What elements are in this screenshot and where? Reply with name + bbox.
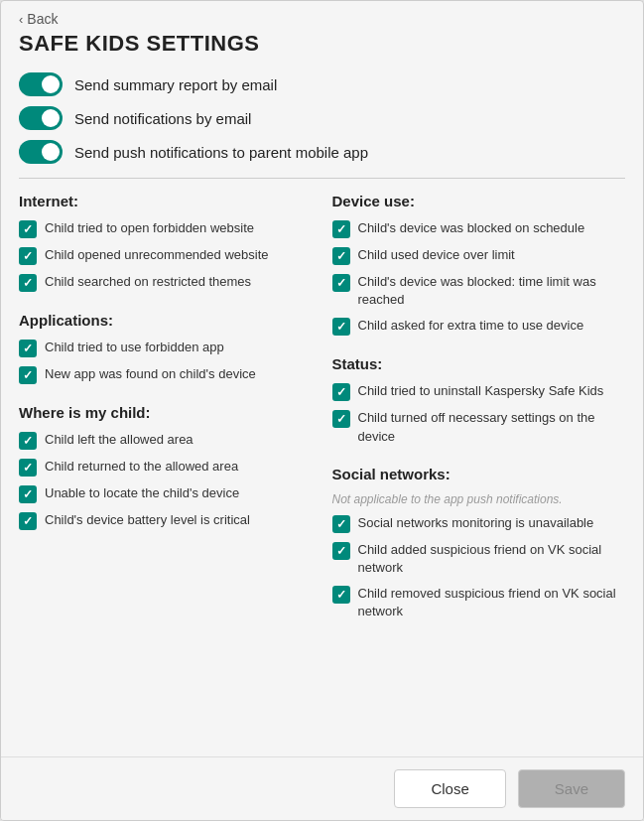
section-status-title: Status: — [332, 355, 626, 372]
toggle-summary-label: Send summary report by email — [74, 76, 277, 93]
checkbox-location-3-label: Unable to locate the child's device — [45, 484, 239, 502]
checkbox-status-2-label: Child turned off necessary settings on t… — [358, 409, 626, 445]
section-status: Status: Child tried to uninstall Kaspers… — [332, 355, 626, 445]
checkbox-device-2[interactable] — [332, 247, 350, 265]
checkbox-apps-2-label: New app was found on child's device — [45, 365, 256, 383]
section-applications-title: Applications: — [19, 312, 313, 329]
checkbox-internet-3[interactable] — [19, 274, 37, 292]
section-internet-title: Internet: — [19, 193, 313, 209]
checkbox-device-1-label: Child's device was blocked on schedule — [358, 219, 585, 237]
checkbox-location-1[interactable] — [19, 432, 37, 450]
page-title: SAFE KIDS SETTINGS — [19, 31, 625, 57]
section-social-title: Social networks: — [332, 466, 626, 482]
save-button[interactable]: Save — [518, 769, 625, 808]
list-item: Child tried to uninstall Kaspersky Safe … — [332, 382, 626, 401]
list-item: Social networks monitoring is unavailabl… — [332, 514, 626, 533]
list-item: Child asked for extra time to use device — [332, 317, 626, 336]
footer: Close Save — [1, 756, 643, 820]
checkbox-location-4[interactable] — [19, 512, 37, 530]
divider — [19, 178, 625, 179]
list-item: Child tried to use forbidden app — [19, 339, 313, 357]
toggle-summary[interactable] — [19, 72, 63, 96]
section-applications: Applications: Child tried to use forbidd… — [19, 312, 313, 384]
list-item: Unable to locate the child's device — [19, 484, 313, 503]
section-social: Social networks: Not applicable to the a… — [332, 466, 626, 621]
section-device-use: Device use: Child's device was blocked o… — [332, 193, 626, 336]
section-internet: Internet: Child tried to open forbidden … — [19, 193, 313, 292]
checkbox-device-4[interactable] — [332, 318, 350, 336]
checkbox-social-2-label: Child added suspicious friend on VK soci… — [358, 541, 626, 577]
checkbox-apps-2[interactable] — [19, 366, 37, 384]
checkbox-social-3-label: Child removed suspicious friend on VK so… — [358, 585, 626, 620]
list-item: Child's device was blocked: time limit w… — [332, 273, 626, 309]
checkbox-device-3-label: Child's device was blocked: time limit w… — [358, 273, 626, 309]
back-bar: ‹ Back — [1, 1, 643, 31]
toggle-push[interactable] — [19, 140, 63, 164]
list-item: Child tried to open forbidden website — [19, 219, 313, 238]
close-button[interactable]: Close — [394, 769, 505, 808]
toggle-row-push: Send push notifications to parent mobile… — [19, 140, 625, 164]
list-item: Child's device was blocked on schedule — [332, 219, 626, 238]
section-location-title: Where is my child: — [19, 404, 313, 421]
list-item: Child added suspicious friend on VK soci… — [332, 541, 626, 577]
checkbox-internet-2-label: Child opened unrecommended website — [45, 246, 268, 264]
back-chevron-icon: ‹ — [19, 12, 23, 27]
checkbox-status-1[interactable] — [332, 383, 350, 401]
toggle-row-notifications: Send notifications by email — [19, 106, 625, 130]
checkbox-status-1-label: Child tried to uninstall Kaspersky Safe … — [358, 382, 604, 400]
checkbox-internet-3-label: Child searched on restricted themes — [45, 273, 251, 291]
settings-window: ‹ Back SAFE KIDS SETTINGS Send summary r… — [0, 0, 644, 821]
list-item: New app was found on child's device — [19, 365, 313, 384]
checkbox-location-1-label: Child left the allowed area — [45, 431, 193, 449]
section-device-use-title: Device use: — [332, 193, 626, 209]
checkbox-apps-1[interactable] — [19, 340, 37, 357]
list-item: Child removed suspicious friend on VK so… — [332, 585, 626, 620]
checkbox-internet-2[interactable] — [19, 247, 37, 265]
main-content[interactable]: SAFE KIDS SETTINGS Send summary report b… — [1, 31, 643, 756]
checkbox-social-2[interactable] — [332, 542, 350, 560]
right-column: Device use: Child's device was blocked o… — [332, 193, 626, 641]
toggle-push-label: Send push notifications to parent mobile… — [74, 144, 368, 161]
list-item: Child turned off necessary settings on t… — [332, 409, 626, 445]
left-column: Internet: Child tried to open forbidden … — [19, 193, 313, 641]
checkbox-location-3[interactable] — [19, 485, 37, 503]
checkbox-internet-1-label: Child tried to open forbidden website — [45, 219, 254, 237]
back-label: Back — [27, 11, 58, 27]
toggle-notifications[interactable] — [19, 106, 63, 130]
checkbox-location-4-label: Child's device battery level is critical — [45, 511, 250, 529]
toggle-notifications-label: Send notifications by email — [74, 110, 251, 127]
list-item: Child's device battery level is critical — [19, 511, 313, 530]
checkbox-social-1-label: Social networks monitoring is unavailabl… — [358, 514, 594, 532]
list-item: Child searched on restricted themes — [19, 273, 313, 292]
back-link[interactable]: ‹ Back — [19, 11, 58, 27]
toggle-row-summary: Send summary report by email — [19, 72, 625, 96]
section-social-subtitle: Not applicable to the app push notificat… — [332, 492, 626, 506]
list-item: Child left the allowed area — [19, 431, 313, 450]
checkbox-location-2[interactable] — [19, 459, 37, 477]
checkbox-device-3[interactable] — [332, 274, 350, 292]
checkbox-location-2-label: Child returned to the allowed area — [45, 458, 238, 476]
checkbox-social-1[interactable] — [332, 515, 350, 533]
checkbox-device-1[interactable] — [332, 220, 350, 238]
checkbox-social-3[interactable] — [332, 586, 350, 604]
list-item: Child opened unrecommended website — [19, 246, 313, 265]
checkbox-apps-1-label: Child tried to use forbidden app — [45, 339, 224, 356]
settings-grid: Internet: Child tried to open forbidden … — [19, 193, 625, 641]
section-location: Where is my child: Child left the allowe… — [19, 404, 313, 530]
checkbox-internet-1[interactable] — [19, 220, 37, 238]
checkbox-device-4-label: Child asked for extra time to use device — [358, 317, 584, 335]
list-item: Child used device over limit — [332, 246, 626, 265]
checkbox-device-2-label: Child used device over limit — [358, 246, 515, 264]
list-item: Child returned to the allowed area — [19, 458, 313, 477]
checkbox-status-2[interactable] — [332, 410, 350, 428]
